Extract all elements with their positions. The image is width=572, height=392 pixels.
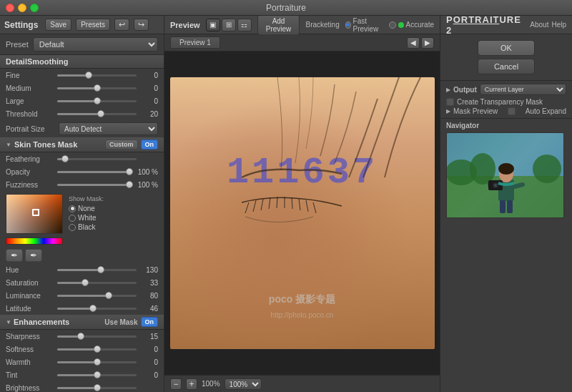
- custom-badge[interactable]: Custom: [105, 139, 138, 150]
- opacity-label: Opacity: [6, 168, 54, 176]
- maximize-button[interactable]: [30, 4, 39, 12]
- undo-button[interactable]: ↩: [114, 19, 129, 31]
- softness-slider-row: Softness 0: [0, 343, 164, 356]
- large-label: Large: [6, 97, 54, 105]
- portrait-size-row: Portrait Size Auto Detect: [0, 120, 164, 137]
- zoom-minus-button[interactable]: −: [170, 378, 182, 390]
- opacity-track[interactable]: [57, 171, 131, 173]
- swatch-selection[interactable]: [32, 209, 39, 216]
- opacity-slider-row: Opacity 100 %: [0, 165, 164, 178]
- navigator-image[interactable]: [446, 132, 564, 218]
- preview-title: Preview: [170, 21, 200, 29]
- warmth-track[interactable]: [57, 361, 137, 363]
- prev-nav-button[interactable]: ◀: [407, 37, 420, 49]
- enhancements-on-badge[interactable]: On: [141, 317, 159, 327]
- show-mask-panel: Show Mask: None White Black: [69, 194, 104, 245]
- brightness-track[interactable]: [57, 387, 137, 389]
- preset-select[interactable]: Default: [33, 37, 158, 52]
- zoom-select[interactable]: 100% 50% 200%: [225, 378, 262, 390]
- auto-expand-checkbox[interactable]: [508, 107, 516, 115]
- left-panel: Settings Save Presets ↩ ↪ Preset Default…: [0, 16, 164, 392]
- feathering-slider-row: Feathering: [0, 152, 164, 165]
- sharpness-track[interactable]: [57, 335, 137, 338]
- radio-none-label: None: [78, 205, 95, 212]
- preview-bottom-bar: − + 100% 100% 50% 200%: [164, 375, 440, 392]
- create-transparency-checkbox[interactable]: [446, 98, 454, 106]
- preview-image-area[interactable]: 111637: [164, 52, 440, 375]
- portrait-size-select[interactable]: Auto Detect: [59, 122, 158, 135]
- hue-slider-row: Hue 130: [0, 263, 164, 276]
- show-mask-label: Show Mask:: [69, 195, 104, 202]
- split-view-button[interactable]: ⊞: [222, 19, 236, 31]
- color-strip[interactable]: [6, 237, 63, 245]
- bracketing-button[interactable]: Bracketing: [305, 21, 339, 29]
- close-button[interactable]: [6, 4, 14, 12]
- sharpness-slider-row: Sharpness 15: [0, 330, 164, 343]
- navigator-title: Navigator: [446, 122, 566, 129]
- right-header-buttons: About Help: [530, 21, 566, 29]
- ok-button[interactable]: OK: [478, 40, 535, 56]
- cancel-button[interactable]: Cancel: [478, 59, 535, 74]
- mask-preview-expand-icon[interactable]: ▶: [446, 108, 450, 114]
- single-view-button[interactable]: ▣: [206, 19, 220, 31]
- brightness-label: Brightness: [6, 384, 54, 392]
- output-expand-icon[interactable]: ▶: [446, 87, 450, 93]
- presets-button[interactable]: Presets: [76, 19, 110, 31]
- fast-preview-option[interactable]: Fast Preview: [345, 17, 383, 33]
- softness-track[interactable]: [57, 348, 137, 351]
- help-button[interactable]: Help: [551, 21, 566, 29]
- radio-white-row[interactable]: White: [69, 214, 104, 222]
- eyedropper-remove-button[interactable]: ✒: [25, 249, 42, 262]
- create-transparency-label: Create Transparency Mask: [457, 98, 543, 106]
- radio-black-row[interactable]: Black: [69, 223, 104, 231]
- preview-toolbar: Preview ▣ ⊞ ⚏ Add Preview Bracketing Fas…: [164, 16, 440, 34]
- add-preview-button[interactable]: Add Preview: [257, 15, 300, 35]
- fast-preview-radio[interactable]: [345, 21, 351, 29]
- enhancements-right: Use Mask On: [104, 317, 158, 327]
- watermark-number: 111637: [227, 152, 378, 194]
- fine-track[interactable]: [57, 74, 137, 77]
- radio-none-row[interactable]: None: [69, 205, 104, 212]
- multi-view-button[interactable]: ⚏: [237, 19, 252, 31]
- skin-on-badge[interactable]: On: [141, 139, 159, 150]
- save-button[interactable]: Save: [45, 19, 72, 31]
- output-select[interactable]: Current Layer New Layer: [480, 84, 566, 95]
- enhancements-collapse-icon[interactable]: ▼: [6, 319, 11, 325]
- about-button[interactable]: About: [530, 21, 548, 29]
- softness-value: 0: [139, 346, 158, 353]
- detail-smoothing-title: DetailSmoothing: [6, 57, 68, 66]
- tint-track[interactable]: [57, 374, 137, 376]
- redo-button[interactable]: ↪: [134, 19, 149, 31]
- preview-1-tab[interactable]: Preview 1: [170, 36, 220, 49]
- latitude-track[interactable]: [57, 308, 137, 310]
- accurate-option[interactable]: Accurate: [389, 21, 434, 29]
- fuzziness-track[interactable]: [57, 184, 131, 186]
- auto-expand-label: Auto Expand: [526, 107, 566, 115]
- medium-track[interactable]: [57, 87, 137, 89]
- radio-black[interactable]: [69, 224, 76, 231]
- main-layout: Settings Save Presets ↩ ↪ Preset Default…: [0, 16, 572, 392]
- radio-white-label: White: [78, 214, 97, 222]
- accurate-radio[interactable]: [389, 21, 396, 29]
- feathering-track[interactable]: [57, 158, 137, 160]
- hue-track[interactable]: [57, 269, 137, 271]
- luminance-track[interactable]: [57, 295, 137, 297]
- minimize-button[interactable]: [18, 4, 26, 12]
- radio-none[interactable]: [69, 205, 76, 212]
- saturation-track[interactable]: [57, 282, 137, 284]
- color-swatch[interactable]: [6, 194, 63, 234]
- accurate-label: Accurate: [406, 21, 434, 29]
- medium-label: Medium: [6, 84, 54, 92]
- eyedropper-add-button[interactable]: ✒: [6, 249, 23, 262]
- svg-point-22: [494, 184, 497, 187]
- radio-white[interactable]: [69, 215, 76, 222]
- large-track[interactable]: [57, 100, 137, 102]
- enhancements-header: ▼ Enhancements Use Mask On: [0, 315, 164, 330]
- svg-point-14: [533, 155, 561, 183]
- threshold-track[interactable]: [57, 113, 137, 115]
- skin-tones-title: Skin Tones Mask: [14, 140, 77, 149]
- next-nav-button[interactable]: ▶: [421, 37, 434, 49]
- zoom-plus-button[interactable]: +: [186, 378, 197, 390]
- skin-collapse-icon[interactable]: ▼: [6, 142, 11, 148]
- use-mask-label: Use Mask: [104, 318, 137, 326]
